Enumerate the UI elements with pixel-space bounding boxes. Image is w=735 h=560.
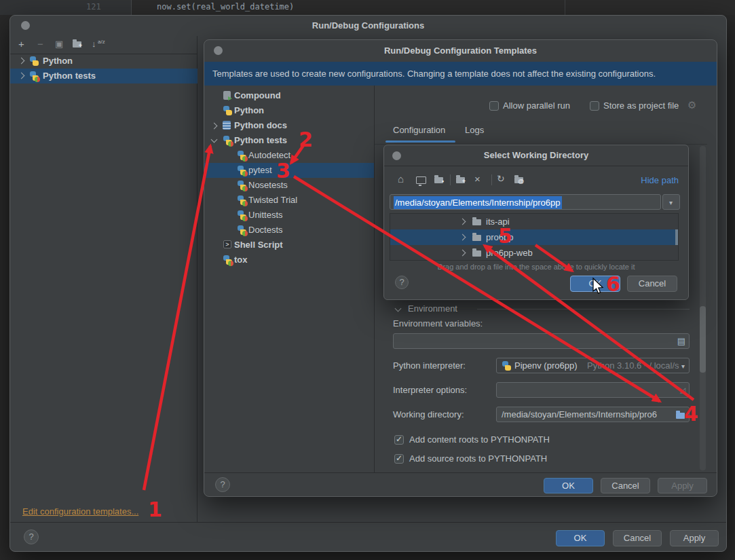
- edit-configuration-templates-link[interactable]: Edit configuration templates...: [22, 506, 138, 517]
- annotation-number-3: 3: [276, 159, 290, 183]
- allow-parallel-run-checkbox[interactable]: [489, 101, 499, 111]
- apply-button[interactable]: Apply: [670, 530, 719, 546]
- tree-row-compound[interactable]: Compound: [204, 88, 374, 103]
- working-directory-input[interactable]: /media/stoyan/Elements/Internship/pro6: [496, 407, 690, 422]
- tree-row-tox[interactable]: tox: [204, 253, 374, 267]
- tree-row-shell-script[interactable]: > Shell Script: [204, 238, 374, 253]
- tree-row-python-docs[interactable]: Python docs: [204, 118, 374, 133]
- chevron-right-icon[interactable]: [459, 250, 466, 257]
- editor-gutter: [0, 0, 132, 15]
- tree-row-doctests[interactable]: Doctests: [204, 223, 374, 238]
- environment-section-header[interactable]: Environment: [408, 303, 457, 314]
- file-tree: its-api pro6pp pro6pp-web: [390, 213, 679, 261]
- help-button[interactable]: ?: [215, 477, 230, 492]
- project-folder-icon[interactable]: ▪: [434, 177, 443, 183]
- chevron-right-icon[interactable]: [459, 234, 466, 241]
- interpreter-detail: Python 3.10.6 ~/.local/s: [587, 360, 679, 371]
- path-input[interactable]: /media/stoyan/Elements/Internship/pro6pp: [390, 194, 661, 210]
- section-collapse-icon[interactable]: [395, 305, 402, 312]
- store-as-project-file-checkbox[interactable]: [590, 101, 599, 111]
- env-vars-input[interactable]: ▤: [393, 333, 690, 349]
- remove-icon[interactable]: −: [37, 38, 43, 50]
- expand-field-icon[interactable]: ◿: [680, 386, 685, 394]
- file-row-pro6pp-web[interactable]: pro6pp-web: [390, 245, 679, 261]
- annotation-number-2: 2: [299, 128, 313, 151]
- interpreter-options-input[interactable]: ◿: [496, 382, 690, 398]
- show-hidden-folder-icon[interactable]: @: [514, 177, 523, 183]
- folder-icon: [472, 219, 481, 225]
- apply-button[interactable]: Apply: [658, 478, 707, 493]
- chevron-right-icon[interactable]: [18, 73, 25, 79]
- help-button[interactable]: ?: [24, 529, 39, 544]
- dialog-title: Run/Debug Configurations: [10, 16, 726, 36]
- compound-icon: [223, 91, 231, 100]
- main-dialog-footer: ? OK Cancel Apply: [10, 522, 726, 551]
- help-button[interactable]: ?: [395, 276, 409, 289]
- file-row-its-api[interactable]: its-api: [390, 214, 679, 229]
- tree-row-label: Python: [234, 105, 264, 115]
- templates-info-banner: Templates are used to create new configu…: [204, 62, 717, 86]
- cancel-button[interactable]: Cancel: [613, 530, 662, 546]
- ok-button[interactable]: OK: [556, 530, 605, 546]
- tree-row-label: Twisted Trial: [248, 195, 297, 205]
- cancel-button[interactable]: Cancel: [601, 478, 650, 493]
- store-as-project-file-label: Store as project file: [603, 100, 679, 111]
- annotation-number-4: 4: [684, 402, 698, 426]
- add-content-roots-checkbox[interactable]: [394, 435, 404, 445]
- env-vars-label: Environment variables:: [393, 318, 483, 329]
- ok-button[interactable]: OK: [544, 478, 593, 493]
- editor-split-divider: [565, 0, 565, 15]
- chevron-right-icon[interactable]: [18, 58, 25, 64]
- cancel-button[interactable]: Cancel: [627, 276, 677, 292]
- file-row-label: pro6pp-web: [486, 248, 533, 258]
- annotation-number-6: 6: [606, 272, 620, 296]
- python-icon: [223, 106, 232, 115]
- list-scrollbar-thumb[interactable]: [675, 229, 679, 245]
- window-button-icon[interactable]: [392, 151, 401, 160]
- tree-row-twisted-trial[interactable]: Twisted Trial: [204, 193, 374, 208]
- configurations-tree-panel: + − ▣ + ↓ a/z Python Python tests Edit c…: [10, 36, 197, 522]
- python-icon: [29, 56, 39, 66]
- window-button-icon[interactable]: [214, 46, 223, 55]
- tree-row-python[interactable]: Python: [204, 103, 374, 118]
- tree-row-label: pytest: [248, 165, 272, 175]
- python-tests-icon: [237, 151, 246, 160]
- hide-path-link[interactable]: Hide path: [641, 175, 679, 185]
- tree-row-python[interactable]: Python: [10, 54, 197, 69]
- tree-row-label: Python docs: [234, 120, 287, 130]
- window-button-icon[interactable]: [21, 21, 30, 30]
- refresh-icon[interactable]: ↻: [497, 173, 505, 184]
- add-source-roots-checkbox[interactable]: [394, 454, 404, 464]
- dialog-title: Run/Debug Configuration Templates: [204, 40, 717, 62]
- allow-parallel-run-label: Allow parallel run: [503, 100, 570, 111]
- chevron-down-icon[interactable]: [211, 136, 218, 143]
- gear-icon[interactable]: ⚙: [687, 99, 696, 111]
- python-interpreter-select[interactable]: Pipenv (pro6pp) Python 3.10.6 ~/.local/s…: [496, 358, 690, 373]
- sort-icon[interactable]: ↓: [92, 39, 96, 49]
- path-dropdown-button[interactable]: ▾: [662, 194, 680, 210]
- select-working-directory-dialog: Select Working Directory ⌂ ▪ + × ↻ @ Hid…: [383, 145, 689, 300]
- desktop-icon[interactable]: [416, 176, 426, 184]
- chevron-down-icon: ▾: [669, 199, 673, 206]
- home-icon[interactable]: ⌂: [398, 173, 404, 185]
- new-folder-icon[interactable]: +: [456, 177, 465, 183]
- tab-logs[interactable]: Logs: [465, 125, 484, 135]
- tree-row-python-tests[interactable]: Python tests: [204, 133, 374, 148]
- delete-icon[interactable]: ×: [474, 173, 480, 185]
- add-icon[interactable]: +: [18, 38, 24, 50]
- new-folder-icon[interactable]: +: [73, 41, 81, 48]
- copy-icon[interactable]: ▣: [55, 39, 63, 49]
- file-row-pro6pp[interactable]: pro6pp: [390, 229, 679, 245]
- python-tests-icon: [223, 136, 232, 145]
- tree-row-unittests[interactable]: Unittests: [204, 208, 374, 223]
- chevron-right-icon[interactable]: [459, 219, 466, 225]
- tree-row-python-tests[interactable]: Python tests: [10, 69, 197, 83]
- tab-configuration[interactable]: Configuration: [393, 125, 445, 135]
- annotation-number-1: 1: [148, 498, 162, 521]
- screenshot-stage: 121 now.set(real_world_datetime) Run/Deb…: [0, 0, 735, 560]
- config-scrollbar-thumb[interactable]: [700, 306, 706, 373]
- chevron-right-icon[interactable]: [211, 123, 218, 130]
- editor-line-number: 121: [86, 2, 101, 12]
- rst-docs-icon: [223, 121, 231, 130]
- env-vars-browse-icon[interactable]: ▤: [677, 336, 685, 346]
